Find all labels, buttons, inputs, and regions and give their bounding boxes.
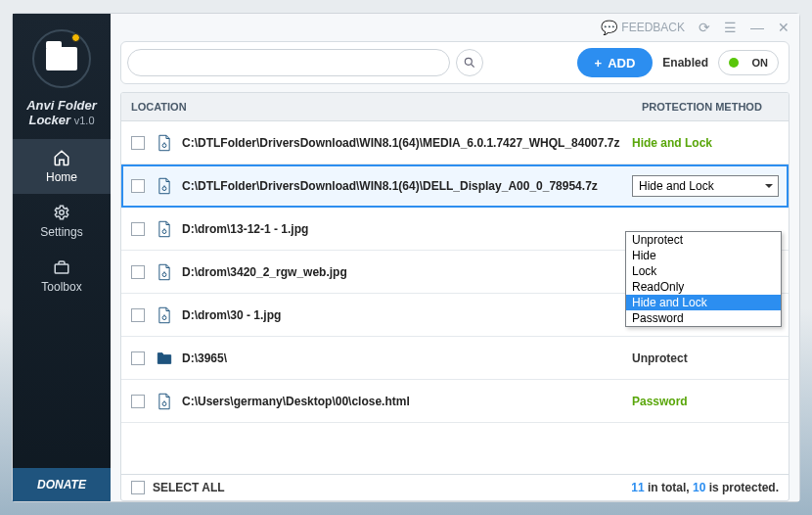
locked-file-icon [157,393,172,410]
list-header: LOCATION PROTECTION METHOD [121,93,789,121]
svg-point-6 [162,229,166,233]
add-button[interactable]: +ADD [577,48,654,77]
chat-icon: 💬 [601,20,617,35]
svg-line-3 [472,65,474,68]
dropdown-option[interactable]: Password [626,310,781,326]
svg-point-0 [60,211,65,215]
toolbar: +ADD Enabled ON [120,41,789,84]
locked-file-icon [157,306,172,324]
dropdown-option[interactable]: Hide [626,248,781,263]
folder-icon [157,350,172,367]
svg-point-4 [162,143,166,147]
feedback-label: FEEDBACK [621,21,685,34]
nav-toolbox[interactable]: Toolbox [13,249,111,304]
file-path: D:\drom\3420_2_rgw_web.jpg [182,265,632,279]
protection-value: Hide and Lock [632,136,779,150]
search-button[interactable] [456,49,483,76]
refresh-icon[interactable]: ⟳ [699,20,710,35]
feedback-button[interactable]: 💬FEEDBACK [601,20,685,35]
nav-label: Toolbox [41,280,81,294]
plus-icon: + [595,56,603,70]
row-checkbox[interactable] [131,308,145,322]
file-path: D:\3965\ [182,351,632,365]
search-wrap [127,49,567,76]
close-icon[interactable]: ✕ [778,20,789,35]
dropdown-option[interactable]: Unprotect [626,232,781,248]
svg-rect-1 [55,264,68,273]
select-all-label: SELECT ALL [153,481,225,494]
dropdown-option[interactable]: Hide and Lock [626,295,781,310]
row-checkbox[interactable] [131,351,145,365]
app-window: Anvi FolderLocker v1.0 Home Settings Too… [12,13,800,502]
protection-value: Password [632,395,779,408]
list-footer: SELECT ALL 11 in total, 10 is protected. [121,474,789,500]
dropdown-option[interactable]: Lock [626,263,781,279]
logo: Anvi FolderLocker v1.0 [13,14,111,135]
svg-point-2 [465,58,472,65]
protection-value: Unprotect [632,351,779,365]
svg-point-5 [162,187,166,191]
svg-point-8 [162,315,166,319]
main-panel: 💬FEEDBACK ⟳ ☰ — ✕ +ADD Enabled ON LOCATI… [111,14,799,501]
svg-point-7 [162,272,166,276]
enabled-label: Enabled [662,56,708,70]
protection-select[interactable]: Hide and Lock [632,175,779,197]
locked-file-icon [157,263,172,281]
minimize-icon[interactable]: — [750,20,764,35]
file-path: D:\drom\30 - 1.jpg [182,308,632,322]
locked-file-icon [157,134,172,152]
logo-icon [32,29,91,88]
column-protection: PROTECTION METHOD [632,93,789,120]
table-row[interactable]: D:\3965\Unprotect [121,337,789,380]
select-all-checkbox[interactable] [131,481,145,494]
nav-home[interactable]: Home [13,139,111,194]
sidebar: Anvi FolderLocker v1.0 Home Settings Too… [13,14,111,501]
svg-point-9 [162,401,166,405]
file-path: D:\drom\13-12-1 - 1.jpg [182,222,632,236]
toggle-label: ON [752,57,769,69]
gear-icon [53,204,70,221]
toolbox-icon [53,258,70,276]
toggle-indicator [729,58,739,68]
enabled-toggle[interactable]: ON [718,50,779,75]
table-row[interactable]: C:\Users\germany\Desktop\00\close.htmlPa… [121,380,789,423]
row-checkbox[interactable] [131,136,145,150]
row-checkbox[interactable] [131,179,145,193]
protection-dropdown[interactable]: UnprotectHideLockReadOnlyHide and LockPa… [625,231,782,327]
row-checkbox[interactable] [131,395,145,408]
column-location: LOCATION [121,93,632,120]
locked-file-icon [157,220,172,238]
file-path: C:\DTLFolder\DriversDownload\WIN8.1(64)\… [182,179,632,193]
locked-file-icon [157,177,172,195]
nav-settings[interactable]: Settings [13,194,111,249]
table-row[interactable]: C:\DTLFolder\DriversDownload\WIN8.1(64)\… [121,164,789,208]
nav: Home Settings Toolbox [13,139,111,468]
menu-icon[interactable]: ☰ [724,20,737,35]
file-path: C:\DTLFolder\DriversDownload\WIN8.1(64)\… [182,136,632,150]
app-title: Anvi FolderLocker v1.0 [26,98,97,127]
donate-button[interactable]: DONATE [13,468,111,501]
home-icon [53,149,70,166]
nav-label: Home [46,170,77,184]
dropdown-option[interactable]: ReadOnly [626,279,781,295]
search-icon [463,56,476,70]
titlebar: 💬FEEDBACK ⟳ ☰ — ✕ [111,14,799,41]
add-label: ADD [608,56,635,70]
row-checkbox[interactable] [131,265,145,279]
file-path: C:\Users\germany\Desktop\00\close.html [182,395,632,408]
table-row[interactable]: C:\DTLFolder\DriversDownload\WIN8.1(64)\… [121,121,789,164]
row-checkbox[interactable] [131,222,145,236]
nav-label: Settings [40,225,82,239]
search-input[interactable] [127,49,450,76]
summary: 11 in total, 10 is protected. [631,481,779,494]
